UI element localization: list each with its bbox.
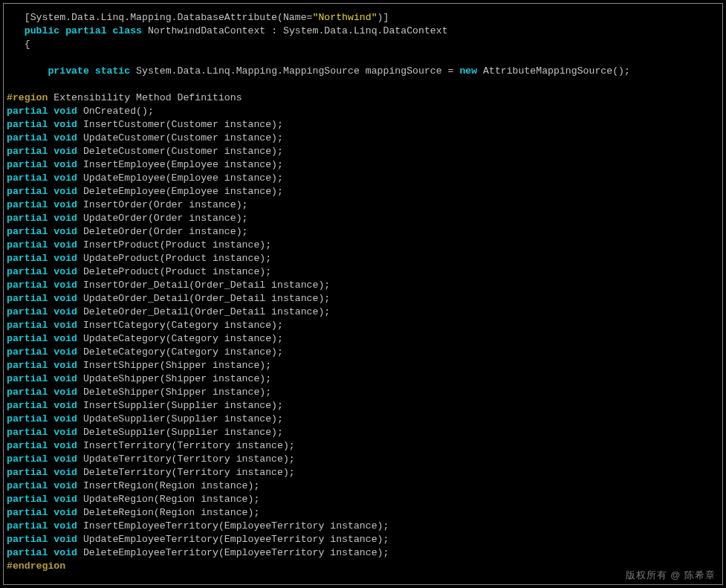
code-panel: [System.Data.Linq.Mapping.DatabaseAttrib…	[3, 3, 723, 585]
code-content: [System.Data.Linq.Mapping.DatabaseAttrib…	[7, 12, 630, 572]
watermark-text: 版权所有 @ 陈希章	[626, 569, 716, 582]
